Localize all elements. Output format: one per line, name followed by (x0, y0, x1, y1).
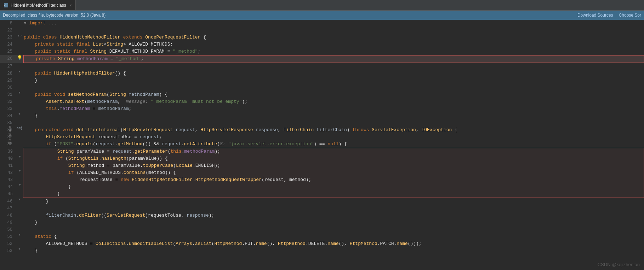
code-line-42: 42 ▼ if (ALLOWED_METHODS.contains(method… (23, 169, 644, 176)
code-line-32: 32 Assert.hasText(methodParam, message: … (0, 98, 644, 105)
code-line-52: 52 ALLOWED_METHODS = Collections.unmodif… (0, 240, 644, 247)
code-line-51: 51 ▼ static { (0, 233, 644, 240)
watermark: CSDN @kejizhentan (598, 262, 640, 267)
code-line-53: 53 ▼ } (0, 247, 644, 254)
code-line-8: 8 ▼ import ... (0, 20, 644, 27)
tab-label: HiddenHttpMethodFilter.class (11, 3, 66, 8)
code-line-36: 36 o↑@ protected void doFilterInternal(H… (0, 127, 644, 134)
code-line-23: 23 ●○ public class HiddenHttpMethodFilte… (0, 34, 644, 41)
info-bar-text: Decompiled .class file, bytecode version… (3, 13, 106, 18)
code-line-34: 34 ▼ } (0, 112, 644, 119)
code-line-39: 39 String paramValue = request.getParame… (23, 148, 644, 155)
fold-icon-44[interactable]: ▼ (19, 183, 21, 187)
code-line-50: 50 (0, 226, 644, 233)
code-area: 8 ▼ import ... 22 23 ●○ public class Hid… (0, 20, 644, 270)
code-line-22: 22 (0, 27, 644, 34)
code-line-31: 31 ▼ public void setMethodParam(String m… (0, 91, 644, 98)
tab-hidden-http-method-filter[interactable]: C HiddenHttpMethodFilter.class × (0, 0, 76, 10)
info-bar-right: Download Sources Choose Sor (577, 13, 641, 18)
code-line-48: 48 filterChain.doFilter((ServletRequest)… (0, 212, 644, 219)
code-line-47: 47 (0, 205, 644, 212)
code-line-45: 45 } (23, 190, 644, 198)
code-line-49: 49 } (0, 219, 644, 226)
fold-icon-40[interactable]: ▼ (19, 155, 21, 159)
code-line-37: 37 HttpServletRequest requestToUse = req… (0, 134, 644, 141)
code-line-44: 44 ▼ } (23, 183, 644, 190)
override-icon-36: o↑@ (17, 127, 22, 130)
structure-panel-label: Structure (7, 125, 12, 145)
code-line-25: 25 public static final String DEFAULT_ME… (0, 48, 644, 55)
svg-text:C: C (4, 4, 6, 7)
fold-icon-31[interactable]: ▼ (18, 91, 20, 95)
code-line-41: 41 String method = paramValue.toUpperCas… (23, 162, 644, 169)
fold-icon-23[interactable]: ●○ (17, 34, 22, 38)
code-line-35: 35 (0, 119, 644, 127)
code-line-24: 24 private static final List<String> ALL… (0, 41, 644, 48)
class-file-icon: C (4, 3, 8, 8)
code-line-43: 43 requestToUse = new HiddenHttpMethodFi… (23, 176, 644, 183)
code-line-30: 30 (0, 84, 644, 91)
choose-source-link[interactable]: Choose Sor (619, 13, 641, 18)
code-line-33: 33 this.methodParam = methodParam; (0, 105, 644, 112)
fold-icon-28[interactable]: ▼ (18, 70, 20, 74)
tab-bar: C HiddenHttpMethodFilter.class × (0, 0, 644, 11)
tab-close-button[interactable]: × (70, 3, 72, 7)
code-line-40: 40 ▼ if (StringUtils.hasLength(paramValu… (23, 155, 644, 162)
download-sources-link[interactable]: Download Sources (577, 13, 613, 18)
info-bar: Decompiled .class file, bytecode version… (0, 11, 644, 20)
code-line-26: 26 💡 private String methodParam = "_meth… (0, 55, 644, 63)
code-line-28: 28 ▼ public HiddenHttpMethodFilter() { (0, 70, 644, 77)
code-line-38: 38 if ("POST".equals(request.getMethod()… (0, 141, 644, 148)
fold-icon-34[interactable]: ▼ (18, 112, 20, 116)
fold-icon-51[interactable]: ▼ (18, 233, 20, 237)
fold-icon-53[interactable]: ▼ (18, 247, 20, 251)
fold-icon-46[interactable]: ▼ (18, 198, 20, 201)
bulb-icon-26[interactable]: 💡 (17, 55, 22, 60)
code-line-27: 27 (0, 63, 644, 70)
red-box-region: 39 String paramValue = request.getParame… (23, 148, 644, 198)
code-line-46: 46 ▼ } (0, 198, 644, 205)
fold-icon-42[interactable]: ▼ (19, 169, 21, 173)
code-line-29: 29 } (0, 77, 644, 84)
